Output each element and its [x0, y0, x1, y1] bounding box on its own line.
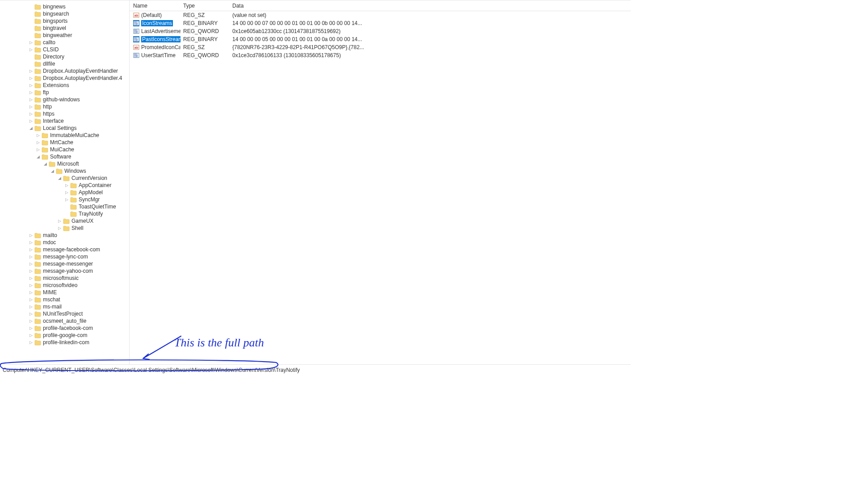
tree-item[interactable]: ToastQuietTime [0, 203, 129, 210]
tree-item[interactable]: ▷https [0, 110, 129, 117]
col-header-type[interactable]: Type [181, 1, 230, 11]
expand-icon[interactable] [29, 4, 34, 9]
list-header[interactable]: Name Type Data [130, 0, 631, 11]
expand-icon[interactable] [29, 33, 34, 38]
tree-item[interactable]: ▷MuiCache [0, 146, 129, 153]
expand-icon[interactable]: ▷ [36, 133, 41, 138]
tree-item[interactable]: ▷AppModel [0, 189, 129, 196]
tree-item[interactable]: ▷CLSID [0, 46, 129, 53]
expand-icon[interactable]: ▷ [29, 119, 34, 124]
tree-item[interactable]: ▷Dropbox.AutoplayEventHandler.4 [0, 75, 129, 82]
expand-icon[interactable] [29, 19, 34, 24]
tree-item[interactable]: ▷ImmutableMuiCache [0, 132, 129, 139]
expand-icon[interactable]: ▷ [29, 340, 34, 345]
tree-item[interactable]: bingnews [0, 3, 129, 10]
expand-icon[interactable]: ▷ [57, 219, 62, 224]
tree-item[interactable]: ◢Local Settings [0, 125, 129, 132]
list-row[interactable]: 011110IconStreamsREG_BINARY14 00 00 00 0… [130, 19, 631, 27]
tree-item[interactable]: ▷ocsmeet_auto_file [0, 317, 129, 325]
tree-item[interactable]: ▷mdoc [0, 239, 129, 246]
list-row[interactable]: 011110LastAdvertisementREG_QWORD0x1ce605… [130, 27, 631, 35]
tree-item[interactable]: bingsearch [0, 10, 129, 17]
tree-item[interactable]: ▷message-facebook-com [0, 246, 129, 253]
expand-icon[interactable]: ▷ [29, 276, 34, 281]
expand-icon[interactable]: ▷ [29, 112, 34, 117]
expand-icon[interactable]: ▷ [29, 233, 34, 238]
expand-icon[interactable]: ▷ [29, 269, 34, 274]
expand-icon[interactable]: ▷ [29, 304, 34, 309]
expand-icon[interactable]: ▷ [29, 283, 34, 288]
expand-icon[interactable]: ▷ [29, 333, 34, 338]
expand-icon[interactable]: ▷ [64, 183, 69, 188]
tree-item[interactable]: ▷message-messenger [0, 260, 129, 267]
expand-icon[interactable] [29, 54, 34, 59]
tree-item[interactable]: dllfile [0, 60, 129, 67]
tree-item[interactable]: ▷microsoftvideo [0, 282, 129, 289]
tree-item[interactable]: Directory [0, 53, 129, 60]
list-row[interactable]: abPromotedIconCa...REG_SZ{7820NR76-23R3-… [130, 43, 631, 51]
expand-icon[interactable]: ▷ [29, 104, 34, 109]
tree-pane[interactable]: bingnewsbingsearchbingsportsbingtravelbi… [0, 0, 130, 364]
expand-icon[interactable]: ▷ [29, 247, 34, 252]
expand-icon[interactable]: ▷ [29, 76, 34, 81]
tree-item[interactable]: ◢Windows [0, 167, 129, 175]
tree-item[interactable]: ▷Shell [0, 225, 129, 232]
expand-icon[interactable] [64, 212, 69, 217]
expand-icon[interactable]: ▷ [57, 226, 62, 231]
col-header-data[interactable]: Data [230, 1, 631, 11]
tree-item[interactable]: ▷message-yahoo-com [0, 267, 129, 275]
list-row[interactable]: 011110PastIconsStreamREG_BINARY14 00 00 … [130, 35, 631, 43]
expand-icon[interactable]: ▷ [29, 254, 34, 259]
tree-item[interactable]: ▷callto [0, 39, 129, 46]
expand-icon[interactable] [64, 204, 69, 209]
expand-icon[interactable]: ▷ [29, 47, 34, 52]
expand-icon[interactable]: ▷ [29, 83, 34, 88]
tree-item[interactable]: ▷message-lync-com [0, 253, 129, 260]
expand-icon[interactable]: ◢ [29, 126, 34, 131]
expand-icon[interactable]: ▷ [29, 97, 34, 102]
list-body[interactable]: ab(Default)REG_SZ(value not set)011110Ic… [130, 11, 631, 364]
tree-item[interactable]: ▷Dropbox.AutoplayEventHandler [0, 67, 129, 75]
tree-item[interactable]: ◢Software [0, 153, 129, 160]
tree-item[interactable]: ▷microsoftmusic [0, 275, 129, 282]
expand-icon[interactable]: ▷ [29, 319, 34, 324]
tree-item[interactable]: ◢CurrentVersion [0, 175, 129, 182]
tree-item[interactable]: bingtravel [0, 25, 129, 32]
expand-icon[interactable]: ▷ [64, 190, 69, 195]
tree-item[interactable]: ▷github-windows [0, 96, 129, 103]
expand-icon[interactable]: ▷ [36, 147, 41, 152]
tree-item[interactable]: TrayNotify [0, 210, 129, 217]
expand-icon[interactable] [29, 26, 34, 31]
tree-item[interactable]: ▷MrtCache [0, 139, 129, 146]
tree-item[interactable]: ▷http [0, 103, 129, 110]
tree-item[interactable]: ▷ftp [0, 89, 129, 96]
expand-icon[interactable]: ▷ [29, 290, 34, 295]
expand-icon[interactable]: ▷ [29, 40, 34, 45]
expand-icon[interactable]: ▷ [29, 90, 34, 95]
expand-icon[interactable]: ▷ [29, 297, 34, 302]
expand-icon[interactable] [29, 62, 34, 67]
tree-item[interactable]: ▷ms-mail [0, 303, 129, 310]
list-row[interactable]: ab(Default)REG_SZ(value not set) [130, 11, 631, 19]
tree-item[interactable]: ▷Extensions [0, 82, 129, 89]
expand-icon[interactable]: ◢ [43, 162, 48, 167]
tree-item[interactable]: ▷GameUX [0, 217, 129, 225]
tree-item[interactable]: ▷SyncMgr [0, 196, 129, 203]
col-header-name[interactable]: Name [130, 1, 181, 11]
expand-icon[interactable]: ▷ [29, 69, 34, 74]
tree-item[interactable]: ▷NUnitTestProject [0, 310, 129, 317]
expand-icon[interactable]: ▷ [29, 326, 34, 331]
expand-icon[interactable] [29, 12, 34, 17]
expand-icon[interactable]: ◢ [57, 176, 62, 181]
expand-icon[interactable]: ◢ [50, 169, 55, 174]
tree-item[interactable]: bingweather [0, 32, 129, 39]
expand-icon[interactable]: ▷ [29, 240, 34, 245]
tree-item[interactable]: ▷mschat [0, 296, 129, 303]
tree-item[interactable]: bingsports [0, 17, 129, 25]
tree-item[interactable]: ◢Microsoft [0, 160, 129, 167]
tree-item[interactable]: ▷Interface [0, 117, 129, 125]
expand-icon[interactable]: ▷ [29, 312, 34, 317]
list-row[interactable]: 011110UserStartTimeREG_QWORD0x1ce3cd7861… [130, 51, 631, 59]
expand-icon[interactable]: ▷ [29, 262, 34, 267]
tree-item[interactable]: ▷profile-google-com [0, 332, 129, 339]
